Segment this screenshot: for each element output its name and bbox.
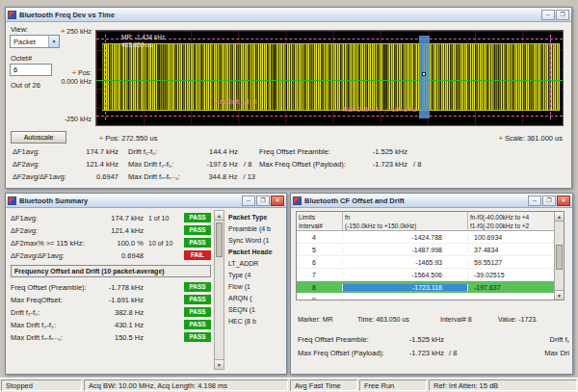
cf-footer-row: Freq Offset Preamble: -1.525 kHz Drift f…	[298, 335, 569, 344]
lower-limit-line	[96, 116, 563, 117]
table-row[interactable]: 9	[297, 294, 564, 301]
status-badge: FAIL	[184, 250, 211, 260]
metric-value: 144.4 Hz	[199, 147, 238, 156]
table-row-selected[interactable]: 8-1723.118-197.637	[297, 281, 564, 294]
minimize-icon[interactable]: ─	[528, 196, 541, 206]
freq-dev-waveform	[102, 43, 560, 112]
minimize-icon[interactable]: ─	[242, 196, 255, 206]
metric-extra: / 13	[237, 172, 255, 181]
restore-icon[interactable]: ❐	[556, 10, 569, 20]
packet-field: Preamble (4 b	[228, 223, 286, 235]
restore-icon[interactable]: ❐	[256, 196, 270, 206]
marker-readout: MR: -1.434 kHz 463.050 us	[121, 34, 165, 49]
packet-field: HEC (8 b	[228, 316, 286, 327]
octet-label: Octet#	[11, 54, 32, 63]
cf-footer-row: Max Freq Offset (Payload): -1.723 kHz / …	[298, 349, 569, 357]
status-bar: Stopped Acq BW: 10.00 MHz, Acq Length: 4…	[0, 378, 578, 392]
autoscale-button[interactable]: Autoscale	[11, 131, 66, 144]
marker-time: Time: 463.050 us	[357, 316, 440, 323]
packet-field: LT_ADDR	[228, 258, 286, 270]
table-row[interactable]: 5-1487.99837.4834	[297, 244, 564, 256]
upper-limit-line	[96, 39, 563, 39]
chevron-down-icon: ▼	[48, 36, 59, 47]
bluetooth-app-icon	[293, 196, 302, 205]
table-row[interactable]: 7-1564.506-39.02515	[297, 269, 564, 281]
metric-value: -197.6 Hz	[199, 160, 238, 169]
marker-band[interactable]	[419, 36, 430, 118]
table-row[interactable]: 4-1424.788100.6934	[297, 231, 564, 244]
freq-dev-plot[interactable]: MR: -1.434 kHz 463.050 us Max Drift f₀-f…	[95, 30, 564, 126]
table-scrollbar[interactable]: ▲ ▼	[554, 212, 565, 300]
close-icon[interactable]: ✕	[557, 196, 570, 206]
metric-label: ΔF2avg/ΔF1avg:	[13, 172, 74, 181]
summary-row: ΔF2max% >= 115 kHz:100.0 %10 of 10PASS	[11, 237, 211, 248]
scrollbar-thumb[interactable]	[216, 222, 223, 257]
packet-field: Type (4	[228, 270, 286, 281]
scroll-down-icon[interactable]: ▼	[215, 359, 223, 369]
cf-offset-titlebar[interactable]: Bluetooth CF Offset and Drift ─ ❐ ✕	[291, 194, 572, 208]
summary-row: Freq Offset (Preamble):-1.778 kHzPASS	[11, 281, 211, 293]
metric-label: Drift f₁-f₀:	[128, 147, 199, 156]
status-trigger: Free Run	[359, 379, 427, 391]
metric-label: Max Freq Offset (Payload):	[259, 160, 363, 169]
status-badge: PASS	[184, 238, 211, 248]
status-badge: PASS	[184, 320, 211, 329]
packet-field: ARQN (	[228, 293, 286, 304]
table-header: LimitsInterval# fn(-150.0kHz to +150.0kH…	[297, 212, 564, 231]
metric-extra: / 8	[407, 160, 421, 169]
status-badge: PASS	[184, 282, 211, 292]
table-row[interactable]: 6-1465.9359.55127	[297, 256, 564, 269]
scroll-down-icon[interactable]: ▼	[555, 290, 564, 300]
column-header-interval: LimitsInterval#	[297, 212, 343, 230]
metric-value: 121.4 kHz	[74, 160, 118, 169]
summary-titlebar[interactable]: Bluetooth Summary ─ ❐ ✕	[6, 194, 286, 208]
scroll-up-icon[interactable]: ▲	[215, 211, 223, 221]
plot-annotation-1: Max Drift f₀-f₅ 8	[214, 98, 256, 105]
metrics-column-1: ΔF1avg:174.7 kHz ΔF2avg:121.4 kHz ΔF2avg…	[13, 145, 120, 183]
view-dropdown-value: Packet	[13, 38, 36, 46]
view-dropdown[interactable]: Packet ▼	[10, 35, 60, 48]
metric-label: Max Drift fₙ-fₙ₋₅:	[128, 172, 199, 181]
view-label: View:	[11, 25, 28, 34]
packet-end-line	[550, 35, 551, 119]
summary-row: ΔF2avg:121.4 kHzPASS	[11, 224, 211, 236]
y-axis-mid-value: 0.000 kHz	[43, 78, 92, 85]
packet-fields-panel: Packet Type Preamble (4 b Sync Word (1 P…	[228, 212, 286, 327]
bluetooth-app-icon	[8, 11, 16, 19]
window-title: Bluetooth Freq Dev vs Time	[19, 11, 539, 19]
freq-dev-titlebar[interactable]: Bluetooth Freq Dev vs Time ─ ❐	[6, 8, 571, 22]
status-badge: PASS	[184, 225, 211, 235]
metrics-column-3: Freq Offset Preamble:-1.525 kHz Max Freq…	[259, 145, 452, 170]
close-icon[interactable]: ✕	[271, 196, 284, 206]
status-state: Stopped	[1, 379, 82, 391]
marker-value: Value: -1723.	[498, 316, 569, 323]
status-badge: PASS	[184, 295, 211, 304]
summary-scrollbar[interactable]: ▲ ▼	[214, 210, 224, 370]
x-pos-label: + Pos: 272.550 us	[99, 134, 157, 143]
bluetooth-app-icon	[8, 196, 16, 205]
window-cf-offset: Bluetooth CF Offset and Drift ─ ❐ ✕ Limi…	[290, 193, 573, 375]
scroll-up-icon[interactable]: ▲	[555, 212, 564, 222]
trace-marker-icon: +	[499, 135, 503, 142]
marker-name: Marker: MR	[298, 316, 357, 323]
y-axis-bottom-label: -250 kHz	[43, 116, 92, 122]
trace-marker-icon: +	[61, 28, 65, 35]
status-badge: PASS	[184, 213, 211, 222]
minimize-icon[interactable]: ─	[541, 10, 555, 20]
column-header-fn: fn(-150.0kHz to +150.0kHz)	[343, 212, 468, 230]
summary-row: Max FreqOffset:-1.691 kHzPASS	[11, 294, 211, 305]
packet-field: SEQN (1	[228, 304, 286, 316]
packet-field: Packet Type	[228, 212, 286, 223]
marker-interval: Interval# 8	[440, 316, 498, 323]
status-badge: PASS	[184, 307, 211, 317]
restore-icon[interactable]: ❐	[542, 196, 556, 206]
marker-readout-row: Marker: MR Time: 463.050 us Interval# 8 …	[298, 316, 569, 323]
metric-extra: / 8	[238, 160, 251, 169]
marker-dot-icon	[422, 72, 426, 76]
scrollbar-thumb[interactable]	[556, 245, 563, 270]
window-freq-dev: Bluetooth Freq Dev vs Time ─ ❐ View: Pac…	[5, 7, 572, 189]
metric-label: ΔF1avg:	[13, 147, 74, 156]
packet-field: Flow (1	[228, 281, 286, 293]
window-title: Bluetooth Summary	[19, 196, 239, 205]
metric-value: 174.7 kHz	[74, 147, 118, 156]
